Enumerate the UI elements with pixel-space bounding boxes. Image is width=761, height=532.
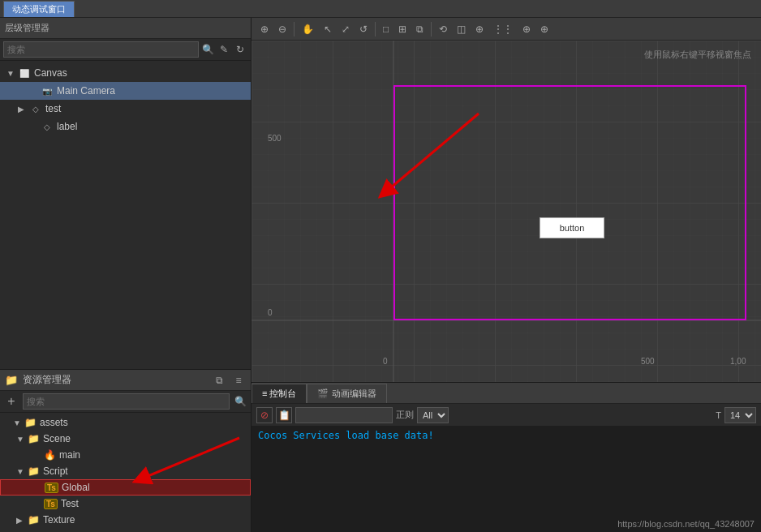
assets-folder-icon: 📁 <box>24 417 37 428</box>
hierarchy-header: 层级管理器 <box>0 18 251 39</box>
tree-arrow-maincamera <box>29 87 41 96</box>
node-icon-test: ◇ <box>29 102 42 115</box>
vp-snap-btn[interactable]: ⧉ <box>412 20 428 38</box>
asset-search-input[interactable] <box>23 393 230 410</box>
asset-tree: ▼ 📁 assets ▼ 📁 Scene 🔥 main <box>0 413 251 532</box>
texture-arrow: ▶ <box>16 516 28 525</box>
console-level-select[interactable]: All <box>417 407 449 423</box>
asset-title: 资源管理器 <box>23 373 71 387</box>
canvas-icon: ⬜ <box>18 66 31 79</box>
vp-align1-btn[interactable]: ⟲ <box>435 20 451 38</box>
vp-sep-1 <box>294 22 295 36</box>
console-fontsize-select[interactable]: 14 <box>724 407 756 423</box>
console-normal-label: 正则 <box>396 409 414 421</box>
asset-toolbar: + 🔍 <box>0 391 251 413</box>
asset-search-btn[interactable]: 🔍 <box>233 394 247 409</box>
vp-zoom-out-btn[interactable]: ⊖ <box>274 20 290 38</box>
vp-align5-btn[interactable]: ⊕ <box>518 20 535 38</box>
global-arrow <box>33 483 45 492</box>
left-panel: 层级管理器 🔍 ✎ ↻ ▼ ⬜ Canvas 📷 Main <box>0 18 252 532</box>
asset-header: 📁 资源管理器 ⧉ ≡ <box>0 370 251 391</box>
viewport-hint: 使用鼠标右键平移视窗焦点 <box>644 49 751 61</box>
asset-menu-btn[interactable]: ≡ <box>231 373 246 388</box>
asset-item-global[interactable]: Ts Global <box>0 479 251 496</box>
camera-icon: 📷 <box>41 84 54 97</box>
tree-label-canvas: Canvas <box>34 67 67 79</box>
hierarchy-transform-btn[interactable]: ✎ <box>217 42 231 57</box>
url-bar: https://blog.csdn.net/qq_43248007 <box>617 519 755 529</box>
vp-align2-btn[interactable]: ◫ <box>453 20 470 38</box>
hierarchy-tree: ▼ ⬜ Canvas 📷 Main Camera ▶ ◇ test <box>0 61 251 369</box>
asset-add-btn[interactable]: + <box>3 393 19 410</box>
asset-item-assets[interactable]: ▼ 📁 assets <box>0 414 251 431</box>
asset-item-script[interactable]: ▼ 📁 Script <box>0 463 251 479</box>
node-icon-label: ◇ <box>41 120 54 133</box>
console-toolbar: ⊘ 📋 正则 All T 14 <box>252 404 761 427</box>
vp-align6-btn[interactable]: ⊕ <box>536 20 552 38</box>
asset-copy-btn[interactable]: ⧉ <box>212 373 226 388</box>
animation-tab[interactable]: 🎬 动画编辑器 <box>307 384 387 403</box>
tree-label-test: test <box>45 103 61 114</box>
console-line-1: Cocos Services load base data! <box>258 430 755 441</box>
tree-item-label[interactable]: ◇ label <box>0 118 251 135</box>
hierarchy-title: 层级管理器 <box>5 22 49 34</box>
vp-sep-2 <box>375 22 376 36</box>
tree-arrow-test: ▶ <box>18 105 29 114</box>
axis-label-0-y: 0 <box>268 308 273 317</box>
assets-arrow: ▼ <box>13 418 24 427</box>
vp-select-btn[interactable]: ↖ <box>320 20 336 38</box>
scene-folder-icon: 📁 <box>28 433 40 444</box>
tree-item-test[interactable]: ▶ ◇ test <box>0 100 251 118</box>
vp-grid-btn[interactable]: ⊞ <box>394 20 411 38</box>
main-arrow <box>32 451 44 460</box>
vp-align4-btn[interactable]: ⋮⋮ <box>489 20 517 38</box>
asset-item-main[interactable]: 🔥 main <box>0 447 251 463</box>
asset-label-test: Test <box>61 498 79 509</box>
console-filter-input[interactable] <box>295 407 393 423</box>
console-log-btn[interactable]: 📋 <box>276 407 292 423</box>
tree-label-maincamera: Main Camera <box>57 85 115 97</box>
hierarchy-search-bar: 🔍 ✎ ↻ <box>0 39 251 61</box>
button-widget[interactable]: button <box>540 217 604 238</box>
main-fire-icon: 🔥 <box>44 449 56 461</box>
vp-zoom-in-btn[interactable]: ⊕ <box>256 20 273 38</box>
vp-align3-btn[interactable]: ⊕ <box>471 20 488 38</box>
main-area: 层级管理器 🔍 ✎ ↻ ▼ ⬜ Canvas 📷 Main <box>0 18 761 532</box>
tree-item-canvas[interactable]: ▼ ⬜ Canvas <box>0 64 251 82</box>
scene-rect <box>393 85 746 320</box>
asset-label-assets: assets <box>40 417 68 428</box>
vp-scale-btn[interactable]: ⤢ <box>338 20 354 38</box>
vp-rotate-btn[interactable]: ↺ <box>355 20 372 38</box>
tree-item-maincamera[interactable]: 📷 Main Camera <box>0 82 251 100</box>
hierarchy-panel: 层级管理器 🔍 ✎ ↻ ▼ ⬜ Canvas 📷 Main <box>0 18 251 370</box>
console-tab[interactable]: ≡ 控制台 <box>252 384 307 403</box>
script-arrow: ▼ <box>16 467 28 476</box>
scene-tab[interactable]: 动态调试窗口 <box>3 1 75 17</box>
asset-label-texture: Texture <box>43 514 75 526</box>
test-ts-icon: Ts <box>44 499 58 509</box>
asset-icon: 📁 <box>5 374 18 386</box>
asset-item-texture[interactable]: ▶ 📁 Texture <box>0 512 251 528</box>
canvas-area: 使用鼠标右键平移视窗焦点 button 500 0 0 500 1,00 <box>252 41 761 382</box>
console-font-label: T <box>716 410 721 420</box>
hierarchy-search-input[interactable] <box>3 41 199 58</box>
axis-label-500-y: 500 <box>268 134 282 143</box>
scene-arrow: ▼ <box>16 435 28 444</box>
console-clear-btn[interactable]: ⊘ <box>256 407 273 423</box>
asset-label-script: Script <box>43 466 68 477</box>
asset-panel: 📁 资源管理器 ⧉ ≡ + 🔍 ▼ 📁 assets <box>0 370 251 532</box>
texture-folder-icon: 📁 <box>28 514 40 526</box>
bottom-panel: ≡ 控制台 🎬 动画编辑器 ⊘ 📋 正则 All T 14 <box>252 382 761 532</box>
hierarchy-refresh-btn[interactable]: ↻ <box>233 42 247 57</box>
anim-icon: 🎬 <box>317 388 329 399</box>
axis-label-0-x: 0 <box>383 357 388 366</box>
hierarchy-search-btn[interactable]: 🔍 <box>200 42 215 57</box>
asset-item-test[interactable]: Ts Test <box>0 496 251 512</box>
vp-rect-btn[interactable]: □ <box>379 20 393 38</box>
axis-label-500-x: 500 <box>641 357 655 366</box>
console-output: Cocos Services load base data! <box>252 427 761 532</box>
vp-move-btn[interactable]: ✋ <box>298 20 318 38</box>
asset-item-scene[interactable]: ▼ 📁 Scene <box>0 431 251 447</box>
top-tab-bar: 动态调试窗口 <box>0 0 761 18</box>
asset-label-main: main <box>59 449 80 461</box>
